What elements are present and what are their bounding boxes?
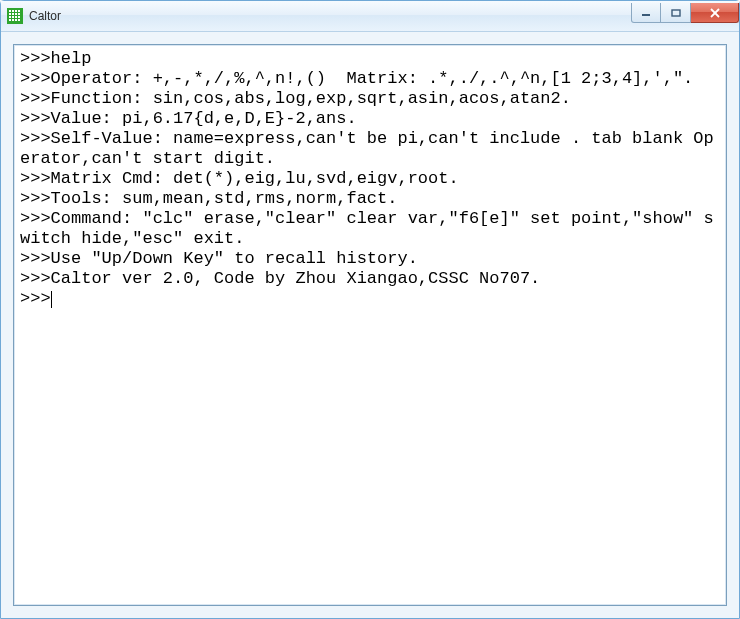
svg-rect-6: [12, 13, 14, 15]
svg-rect-14: [12, 19, 14, 21]
svg-rect-9: [9, 16, 11, 18]
maximize-button[interactable]: [661, 3, 691, 23]
svg-rect-5: [9, 13, 11, 15]
svg-rect-10: [12, 16, 14, 18]
svg-rect-1: [9, 10, 11, 12]
console-frame: >>>help >>>Operator: +,-,*,/,%,^,n!,() M…: [13, 44, 727, 606]
client-area: >>>help >>>Operator: +,-,*,/,%,^,n!,() M…: [1, 32, 739, 618]
svg-rect-12: [18, 16, 20, 18]
svg-rect-11: [15, 16, 17, 18]
svg-rect-16: [18, 19, 20, 21]
svg-rect-7: [15, 13, 17, 15]
window-title: Caltor: [29, 9, 631, 23]
svg-rect-8: [18, 13, 20, 15]
window-controls: [631, 3, 739, 23]
svg-rect-4: [18, 10, 20, 12]
svg-rect-13: [9, 19, 11, 21]
svg-rect-18: [672, 10, 680, 16]
minimize-button[interactable]: [631, 3, 661, 23]
console-input[interactable]: >>>help >>>Operator: +,-,*,/,%,^,n!,() M…: [20, 49, 720, 601]
svg-rect-3: [15, 10, 17, 12]
close-button[interactable]: [691, 3, 739, 23]
svg-rect-2: [12, 10, 14, 12]
caltor-window: Caltor >>>help >>>Operator: +,-,*,/,%,^,…: [0, 0, 740, 619]
svg-rect-15: [15, 19, 17, 21]
title-bar[interactable]: Caltor: [1, 1, 739, 32]
svg-rect-17: [642, 14, 650, 16]
app-grid-icon: [7, 8, 23, 24]
